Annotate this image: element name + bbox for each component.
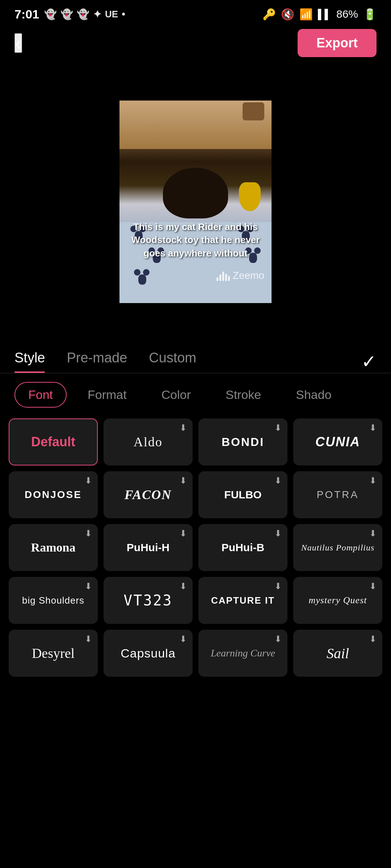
- header: ‹ Export: [0, 25, 391, 64]
- font-label-capsuula: Capsuula: [121, 646, 176, 660]
- download-icon: ⬇: [274, 423, 282, 433]
- font-cell-desyrel[interactable]: ⬇Desyrel: [9, 630, 98, 677]
- export-button[interactable]: Export: [298, 29, 377, 57]
- cat-shape: [163, 168, 228, 218]
- status-time: 7:01: [14, 7, 39, 21]
- battery-text: 86%: [336, 8, 358, 20]
- font-grid: Default⬇Aldo⬇BONDI⬇CUNIA⬇DONJOSE⬇FACON⬇F…: [0, 408, 391, 688]
- sub-tab-font[interactable]: Font: [14, 382, 67, 408]
- sub-tab-stroke[interactable]: Stroke: [212, 382, 275, 408]
- sub-tab-shadow[interactable]: Shado: [282, 382, 345, 408]
- font-label-mystery: mystery Quest: [308, 595, 367, 606]
- cat-image: [119, 101, 272, 222]
- font-cell-facon[interactable]: ⬇FACON: [104, 471, 193, 518]
- preview-image-container: This is my cat Rider and his Woodstock t…: [119, 101, 272, 303]
- tab-style[interactable]: Style: [14, 350, 45, 373]
- zeemo-label: Zeemo: [233, 270, 264, 281]
- tabs-row: Style Pre-made Custom ✓: [14, 350, 377, 373]
- font-cell-puhui-b[interactable]: ⬇PuHui-B: [198, 524, 287, 571]
- sub-tabs-section: Font Format Color Stroke Shado: [0, 373, 391, 408]
- font-label-ramona: Ramona: [31, 541, 76, 554]
- download-icon: ⬇: [85, 634, 92, 644]
- zeemo-bars-icon: [216, 270, 230, 281]
- font-cell-puhui-h[interactable]: ⬇PuHui-H: [104, 524, 193, 571]
- download-icon: ⬇: [85, 476, 92, 486]
- confirm-button[interactable]: ✓: [361, 351, 377, 372]
- battery-icon: 🔋: [363, 8, 377, 21]
- zeemo-watermark: Zeemo: [216, 270, 264, 281]
- download-icon: ⬇: [369, 634, 377, 644]
- font-label-bondi: BONDI: [222, 435, 264, 449]
- font-label-vt323: VT323: [123, 592, 172, 609]
- font-label-puhui-b: PuHui-B: [222, 541, 264, 554]
- sub-tab-format[interactable]: Format: [74, 382, 140, 408]
- font-cell-big-shoulders[interactable]: ⬇big Shoulders: [9, 577, 98, 624]
- download-icon: ⬇: [180, 423, 187, 433]
- caption-text: This is my cat Rider and his Woodstock t…: [131, 221, 260, 259]
- wifi-icon: 📶: [299, 8, 313, 21]
- download-icon: ⬇: [369, 581, 377, 591]
- volume-icon: 🔇: [281, 8, 294, 21]
- font-label-nautilus: Nautilus Pompilius: [301, 543, 375, 553]
- font-label-donjose: DONJOSE: [25, 489, 82, 501]
- font-label-default: Default: [31, 434, 75, 450]
- tabs-section: Style Pre-made Custom ✓: [0, 339, 391, 373]
- signal-icon: ▌▌: [318, 9, 331, 20]
- font-label-big-shoulders: big Shoulders: [22, 595, 84, 606]
- font-cell-learning[interactable]: ⬇Learning Curve: [198, 630, 287, 677]
- font-cell-potra[interactable]: ⬇POTRA: [293, 471, 382, 518]
- status-right: 🔑 🔇 📶 ▌▌ 86% 🔋: [262, 8, 377, 21]
- download-icon: ⬇: [180, 528, 187, 539]
- download-icon: ⬇: [180, 476, 187, 486]
- back-button[interactable]: ‹: [14, 33, 22, 53]
- status-bar: 7:01 👻 👻 👻 ✦ UE • 🔑 🔇 📶 ▌▌ 86% 🔋: [0, 0, 391, 25]
- font-label-capture: CAPTURE IT: [211, 595, 275, 606]
- snapchat-icon-2: 👻: [60, 8, 73, 20]
- sub-tab-color[interactable]: Color: [148, 382, 205, 408]
- caption-overlay: This is my cat Rider and his Woodstock t…: [119, 220, 272, 260]
- download-icon: ⬇: [274, 476, 282, 486]
- snapchat-icon-3: 👻: [77, 8, 89, 20]
- font-label-learning: Learning Curve: [211, 647, 275, 659]
- download-icon: ⬇: [274, 581, 282, 591]
- font-label-desyrel: Desyrel: [32, 645, 75, 661]
- download-icon: ⬇: [180, 581, 187, 591]
- ue-icon: UE: [105, 9, 118, 20]
- font-label-aldo: Aldo: [134, 434, 163, 450]
- download-icon: ⬇: [85, 528, 92, 539]
- font-label-fulbo: FULBO: [224, 489, 261, 501]
- tabs-left: Style Pre-made Custom: [14, 350, 196, 373]
- font-cell-bondi[interactable]: ⬇BONDI: [198, 418, 287, 465]
- download-icon: ⬇: [274, 634, 282, 644]
- font-label-sail: Sail: [327, 645, 349, 662]
- font-cell-mystery[interactable]: ⬇mystery Quest: [293, 577, 382, 624]
- download-icon: ⬇: [369, 528, 377, 539]
- download-icon: ⬇: [274, 528, 282, 539]
- download-icon: ⬇: [369, 423, 377, 433]
- download-icon: ⬇: [180, 634, 187, 644]
- font-cell-donjose[interactable]: ⬇DONJOSE: [9, 471, 98, 518]
- font-label-cunia: CUNIA: [315, 434, 360, 450]
- slack-icon: ✦: [93, 8, 101, 20]
- download-icon: ⬇: [85, 581, 92, 591]
- preview-area: This is my cat Rider and his Woodstock t…: [0, 64, 391, 339]
- font-cell-sail[interactable]: ⬇Sail: [293, 630, 382, 677]
- font-label-facon: FACON: [125, 487, 172, 502]
- font-cell-nautilus[interactable]: ⬇Nautilus Pompilius: [293, 524, 382, 571]
- font-cell-aldo[interactable]: ⬇Aldo: [104, 418, 193, 465]
- font-cell-ramona[interactable]: ⬇Ramona: [9, 524, 98, 571]
- font-cell-default[interactable]: Default: [9, 418, 98, 465]
- tab-custom[interactable]: Custom: [149, 350, 196, 373]
- snapchat-icon-1: 👻: [44, 8, 57, 20]
- download-icon: ⬇: [369, 476, 377, 486]
- font-cell-cunia[interactable]: ⬇CUNIA: [293, 418, 382, 465]
- font-label-potra: POTRA: [317, 489, 359, 501]
- key-icon: 🔑: [262, 8, 276, 21]
- font-cell-capsuula[interactable]: ⬇Capsuula: [104, 630, 193, 677]
- font-cell-vt323[interactable]: ⬇VT323: [104, 577, 193, 624]
- flower-decoration: [239, 182, 261, 211]
- font-cell-fulbo[interactable]: ⬇FULBO: [198, 471, 287, 518]
- dot-icon: •: [122, 8, 125, 20]
- font-cell-capture[interactable]: ⬇CAPTURE IT: [198, 577, 287, 624]
- tab-premade[interactable]: Pre-made: [67, 350, 127, 373]
